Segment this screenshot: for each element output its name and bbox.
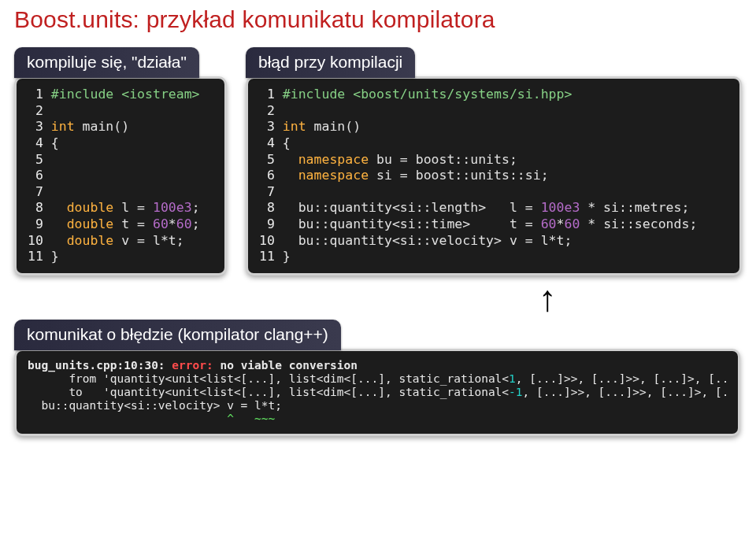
page-title: Boost.units: przykład komunikatu kompila… [14, 6, 742, 33]
left-block-header: kompiluje się, "działa" [14, 47, 199, 78]
left-block: kompiluje się, "działa" 1 #include <iost… [14, 47, 227, 276]
right-code: 1 #include <boost/units/systems/si.hpp> … [259, 87, 728, 265]
top-row: kompiluje się, "działa" 1 #include <iost… [14, 47, 742, 276]
right-block-header: błąd przy kompilacji [246, 47, 415, 78]
error-block-header: komunikat o błędzie (kompilator clang++) [14, 320, 341, 350]
error-block: komunikat o błędzie (kompilator clang++)… [14, 320, 740, 437]
right-block: błąd przy kompilacji 1 #include <boost/u… [246, 47, 742, 276]
arrow-icon: ↑ [353, 280, 742, 316]
right-code-box: 1 #include <boost/units/systems/si.hpp> … [246, 76, 742, 276]
error-code: bug_units.cpp:10:30: error: no viable co… [28, 359, 727, 427]
error-code-box: bug_units.cpp:10:30: error: no viable co… [14, 349, 740, 437]
left-code-box: 1 #include <iostream> 2 3 int main() 4 {… [14, 76, 227, 276]
left-code: 1 #include <iostream> 2 3 int main() 4 {… [28, 87, 213, 265]
